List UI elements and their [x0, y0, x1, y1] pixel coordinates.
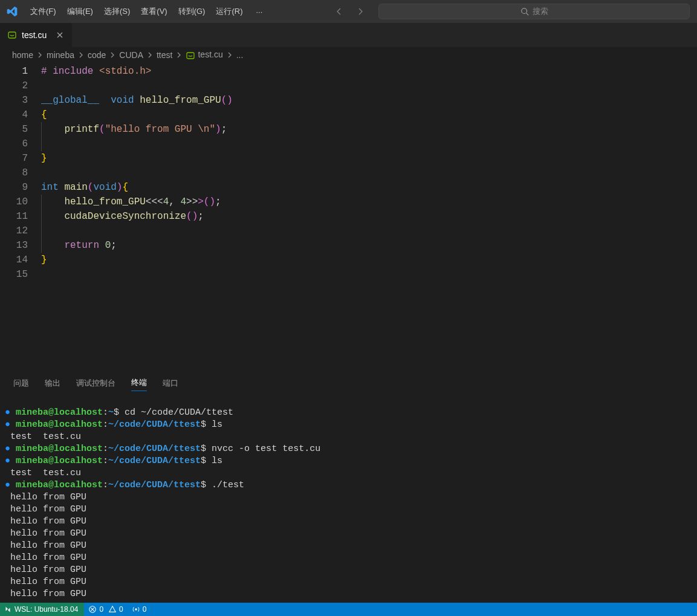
breadcrumb-item[interactable]: ... [235, 50, 245, 60]
svg-point-0 [521, 8, 527, 14]
breadcrumb-item[interactable]: ttest [155, 50, 173, 60]
nav-arrows [335, 7, 365, 16]
cuda-file-icon [7, 30, 17, 40]
menu-goto[interactable]: 转到(G) [173, 4, 210, 19]
breadcrumb[interactable]: homeminebacodeCUDAttesttest.cu... [0, 47, 697, 63]
editor[interactable]: 123456789101112131415 # include <stdio.h… [0, 63, 697, 371]
svg-point-5 [135, 608, 137, 611]
svg-rect-2 [8, 32, 16, 38]
close-icon[interactable] [55, 30, 65, 40]
panel-tabs: 问题 输出 调试控制台 终端 端口 [0, 372, 697, 395]
panel-tab-ports[interactable]: 端口 [163, 375, 178, 391]
status-port[interactable]: 0 [128, 603, 151, 616]
editor-tabs: test.cu [0, 23, 697, 47]
breadcrumb-item[interactable]: test.cu [184, 50, 224, 60]
vscode-logo-icon [6, 5, 18, 18]
search-placeholder: 搜索 [533, 6, 548, 17]
panel-tab-terminal[interactable]: 终端 [131, 375, 147, 391]
warning-icon [108, 605, 117, 614]
terminal-content[interactable]: ● mineba@localhost:~$ cd ~/code/CUDA/tte… [0, 395, 697, 603]
code-content[interactable]: # include <stdio.h>__global__ void hello… [41, 63, 697, 371]
menu-select[interactable]: 选择(S) [99, 4, 135, 19]
panel-tab-problems[interactable]: 问题 [13, 375, 29, 391]
status-remote-label: WSL: Ubuntu-18.04 [15, 605, 78, 614]
panel-tab-debug[interactable]: 调试控制台 [76, 375, 115, 391]
tab-test-cu[interactable]: test.cu [0, 23, 73, 47]
menu-file[interactable]: 文件(F) [25, 4, 61, 19]
remote-icon [4, 605, 12, 614]
search-icon [520, 7, 529, 16]
status-bar: WSL: Ubuntu-18.04 0 0 0 [0, 603, 697, 616]
menu-more[interactable]: ··· [251, 5, 267, 19]
panel-tab-output[interactable]: 输出 [45, 375, 60, 391]
breadcrumb-item[interactable]: CUDA [118, 50, 144, 60]
tab-label: test.cu [22, 30, 47, 40]
bottom-panel: 问题 输出 调试控制台 终端 端口 ● mineba@localhost:~$ … [0, 371, 697, 603]
broadcast-icon [132, 605, 140, 614]
status-errors[interactable]: 0 0 [84, 603, 127, 616]
svg-line-1 [526, 13, 528, 16]
nav-forward-icon[interactable] [355, 7, 365, 16]
menu-run[interactable]: 运行(R) [211, 4, 247, 19]
title-bar: 文件(F) 编辑(E) 选择(S) 查看(V) 转到(G) 运行(R) ··· … [0, 0, 697, 23]
breadcrumb-item[interactable]: code [86, 50, 107, 60]
breadcrumb-item[interactable]: mineba [45, 50, 76, 60]
nav-back-icon[interactable] [335, 7, 345, 16]
status-remote[interactable]: WSL: Ubuntu-18.04 [0, 603, 84, 616]
svg-rect-3 [187, 53, 194, 59]
command-center-search[interactable]: 搜索 [378, 4, 690, 19]
breadcrumb-item[interactable]: home [11, 50, 34, 60]
line-gutter: 123456789101112131415 [0, 63, 41, 371]
menu-edit[interactable]: 编辑(E) [62, 4, 98, 19]
error-icon [88, 605, 97, 614]
menu-view[interactable]: 查看(V) [136, 4, 172, 19]
